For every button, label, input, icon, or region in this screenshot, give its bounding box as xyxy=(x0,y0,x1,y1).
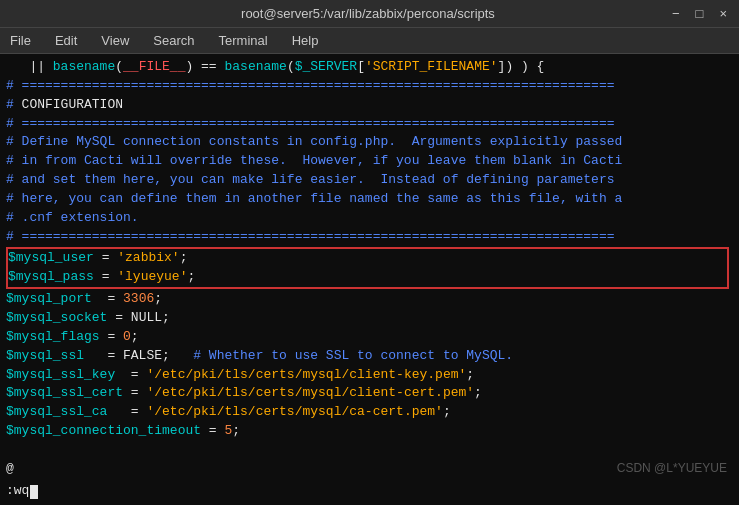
mysql-ssl-cert-line: $mysql_ssl_cert = '/etc/pki/tls/certs/my… xyxy=(6,384,733,403)
mysql-ssl-key-line: $mysql_ssl_key = '/etc/pki/tls/certs/mys… xyxy=(6,366,733,385)
mysql-flags-line: $mysql_flags = 0; xyxy=(6,328,733,347)
command-line: :wq xyxy=(0,482,739,501)
comment-1: # Define MySQL connection constants in c… xyxy=(6,133,733,152)
menu-bar: File Edit View Search Terminal Help xyxy=(0,28,739,54)
comment-3: # and set them here, you can make life e… xyxy=(6,171,733,190)
mysql-ssl-line: $mysql_ssl = FALSE; # Whether to use SSL… xyxy=(6,347,733,366)
maximize-button[interactable]: □ xyxy=(692,7,708,20)
separator-3: # ======================================… xyxy=(6,228,733,247)
menu-edit[interactable]: Edit xyxy=(49,31,83,50)
terminal-content: || basename(__FILE__) == basename($_SERV… xyxy=(0,54,739,505)
menu-view[interactable]: View xyxy=(95,31,135,50)
mysql-ssl-ca-line: $mysql_ssl_ca = '/etc/pki/tls/certs/mysq… xyxy=(6,403,733,422)
window-controls[interactable]: − □ × xyxy=(668,7,731,20)
watermark: CSDN @L*YUEYUE xyxy=(617,460,727,477)
mysql-socket-line: $mysql_socket = NULL; xyxy=(6,309,733,328)
blank-line xyxy=(6,441,733,460)
configuration-label: # CONFIGURATION xyxy=(6,96,733,115)
mysql-timeout-line: $mysql_connection_timeout = 5; xyxy=(6,422,733,441)
menu-file[interactable]: File xyxy=(4,31,37,50)
window-title: root@server5:/var/lib/zabbix/percona/scr… xyxy=(68,6,668,21)
cursor xyxy=(30,485,38,499)
menu-help[interactable]: Help xyxy=(286,31,325,50)
menu-terminal[interactable]: Terminal xyxy=(213,31,274,50)
mysql-port-line: $mysql_port = 3306; xyxy=(6,290,733,309)
command-prompt: :wq xyxy=(6,482,29,501)
menu-search[interactable]: Search xyxy=(147,31,200,50)
minimize-button[interactable]: − xyxy=(668,7,684,20)
mysql-user-line: $mysql_user = 'zabbix'; xyxy=(8,249,727,268)
comment-4: # here, you can define them in another f… xyxy=(6,190,733,209)
comment-5: # .cnf extension. xyxy=(6,209,733,228)
separator-2: # ======================================… xyxy=(6,115,733,134)
separator-1: # ======================================… xyxy=(6,77,733,96)
highlight-box: $mysql_user = 'zabbix'; $mysql_pass = 'l… xyxy=(6,247,729,289)
mysql-pass-line: $mysql_pass = 'lyueyue'; xyxy=(8,268,727,287)
comment-2: # in from Cacti will override these. How… xyxy=(6,152,733,171)
close-button[interactable]: × xyxy=(715,7,731,20)
title-bar: root@server5:/var/lib/zabbix/percona/scr… xyxy=(0,0,739,28)
code-line-1: || basename(__FILE__) == basename($_SERV… xyxy=(6,58,733,77)
